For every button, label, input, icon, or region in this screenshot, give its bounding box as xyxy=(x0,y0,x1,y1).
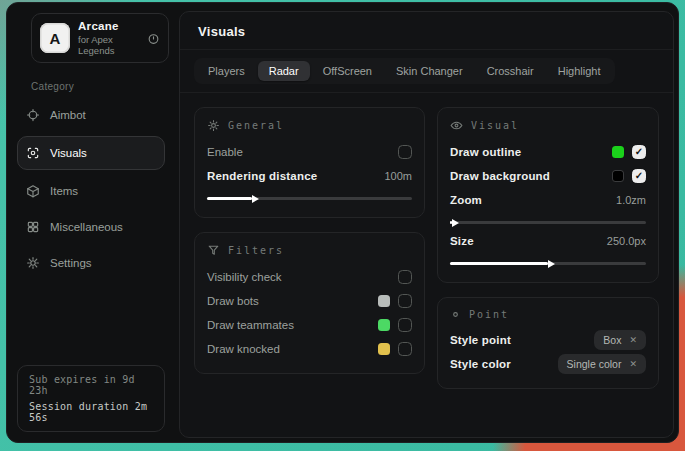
tab-offscreen[interactable]: OffScreen xyxy=(312,61,383,81)
visual-panel-title: Visual xyxy=(471,120,519,131)
sun-icon xyxy=(207,119,220,132)
filters-panel-title: Filters xyxy=(228,245,284,256)
rendering-distance-value: 100m xyxy=(384,170,412,182)
sidebar: A Arcane for Apex Legends Category xyxy=(7,3,175,442)
visual-panel: Visual Draw outline ✓ Draw background xyxy=(437,107,659,283)
sidebar-item-settings[interactable]: Settings xyxy=(17,248,165,278)
draw-background-color-swatch[interactable] xyxy=(612,170,624,182)
page-title: Visuals xyxy=(198,24,655,39)
slider-fill xyxy=(207,197,252,200)
draw-teammates-row: Draw teammates ✓ xyxy=(207,313,412,337)
zoom-slider[interactable] xyxy=(450,221,646,224)
slider-fill xyxy=(450,221,452,224)
style-color-row: Style color Single color ✕ xyxy=(450,352,646,376)
size-value: 250.0px xyxy=(607,235,646,247)
draw-teammates-controls: ✓ xyxy=(378,318,412,332)
sidebar-item-visuals[interactable]: Visuals xyxy=(17,136,165,170)
draw-outline-checkbox[interactable]: ✓ xyxy=(632,145,646,159)
main-header: Visuals xyxy=(180,12,673,50)
style-point-label: Style point xyxy=(450,334,511,346)
draw-bots-controls: ✓ xyxy=(378,294,412,308)
point-panel-header: Point xyxy=(450,309,646,320)
draw-knocked-row: Draw knocked ✓ xyxy=(207,337,412,361)
tab-crosshair[interactable]: Crosshair xyxy=(476,61,545,81)
tab-bar: Players Radar OffScreen Skin Changer Cro… xyxy=(194,58,615,84)
app-logo-letter: A xyxy=(50,30,61,47)
style-point-select[interactable]: Box ✕ xyxy=(594,330,646,350)
draw-teammates-label: Draw teammates xyxy=(207,319,294,331)
draw-knocked-label: Draw knocked xyxy=(207,343,280,355)
draw-teammates-color-swatch[interactable] xyxy=(378,319,390,331)
app-window: A Arcane for Apex Legends Category xyxy=(6,2,679,443)
point-panel: Point Style point Box ✕ Style color xyxy=(437,297,659,389)
tab-skin-changer[interactable]: Skin Changer xyxy=(385,61,474,81)
right-column: Visual Draw outline ✓ Draw background xyxy=(437,107,659,389)
sidebar-item-miscellaneous[interactable]: Miscellaneous xyxy=(17,212,165,242)
draw-background-label: Draw background xyxy=(450,170,550,182)
zoom-row: Zoom 1.0zm xyxy=(450,188,646,212)
session-duration-text: Session duration 2m 56s xyxy=(29,401,153,423)
brand-card: A Arcane for Apex Legends xyxy=(31,13,169,63)
content-area: General Enable ✓ Rendering distance 100m xyxy=(180,93,673,437)
general-panel-header: General xyxy=(207,119,412,132)
draw-background-controls: ✓ xyxy=(612,169,646,183)
style-color-select[interactable]: Single color ✕ xyxy=(558,354,646,374)
draw-outline-controls: ✓ xyxy=(612,145,646,159)
size-slider[interactable] xyxy=(450,262,646,265)
style-color-value: Single color xyxy=(567,358,622,370)
gear-icon xyxy=(26,256,40,270)
draw-knocked-checkbox[interactable]: ✓ xyxy=(398,342,412,356)
draw-knocked-controls: ✓ xyxy=(378,342,412,356)
draw-bots-checkbox[interactable]: ✓ xyxy=(398,294,412,308)
sidebar-spacer xyxy=(17,278,169,365)
draw-outline-label: Draw outline xyxy=(450,146,521,158)
draw-bots-label: Draw bots xyxy=(207,295,259,307)
app-logo: A xyxy=(40,23,70,53)
tab-radar[interactable]: Radar xyxy=(258,61,310,81)
visibility-check-label: Visibility check xyxy=(207,271,282,283)
tab-players[interactable]: Players xyxy=(197,61,256,81)
crosshair-icon xyxy=(26,108,40,122)
draw-knocked-color-swatch[interactable] xyxy=(378,343,390,355)
size-row: Size 250.0px xyxy=(450,229,646,253)
app-subtitle: for Apex Legends xyxy=(78,34,139,56)
enable-checkbox[interactable]: ✓ xyxy=(398,145,412,159)
sidebar-item-aimbot[interactable]: Aimbot xyxy=(17,100,165,130)
style-point-value: Box xyxy=(603,334,621,346)
draw-bots-color-swatch[interactable] xyxy=(378,295,390,307)
draw-outline-color-swatch[interactable] xyxy=(612,146,624,158)
power-icon[interactable] xyxy=(147,32,160,45)
draw-background-row: Draw background ✓ xyxy=(450,164,646,188)
rendering-distance-row: Rendering distance 100m xyxy=(207,164,412,188)
dot-icon xyxy=(450,309,461,320)
draw-teammates-checkbox[interactable]: ✓ xyxy=(398,318,412,332)
tab-highlight[interactable]: Highlight xyxy=(547,61,612,81)
general-panel-title: General xyxy=(228,120,284,131)
size-label: Size xyxy=(450,235,474,247)
sidebar-item-label: Settings xyxy=(50,257,92,269)
visual-panel-header: Visual xyxy=(450,119,646,132)
sub-expires-text: Sub expires in 9d 23h xyxy=(29,374,153,396)
filters-panel: Filters Visibility check ✓ Draw bots ✓ xyxy=(194,232,425,374)
sidebar-item-label: Items xyxy=(50,185,78,197)
zoom-value: 1.0zm xyxy=(616,194,646,206)
sidebar-item-items[interactable]: Items xyxy=(17,176,165,206)
rendering-distance-slider[interactable] xyxy=(207,197,412,200)
point-panel-title: Point xyxy=(469,309,509,320)
close-icon[interactable]: ✕ xyxy=(629,335,637,345)
main-panel: Visuals Players Radar OffScreen Skin Cha… xyxy=(179,11,674,438)
enable-row: Enable ✓ xyxy=(207,140,412,164)
category-label: Category xyxy=(31,81,169,92)
sidebar-item-label: Aimbot xyxy=(50,109,86,121)
session-info-card: Sub expires in 9d 23h Session duration 2… xyxy=(17,365,165,432)
grid-icon xyxy=(26,220,40,234)
tabs-row: Players Radar OffScreen Skin Changer Cro… xyxy=(180,50,673,93)
draw-background-checkbox[interactable]: ✓ xyxy=(632,169,646,183)
general-panel: General Enable ✓ Rendering distance 100m xyxy=(194,107,425,218)
visibility-check-row: Visibility check ✓ xyxy=(207,265,412,289)
sidebar-item-label: Visuals xyxy=(50,147,87,159)
close-icon[interactable]: ✕ xyxy=(629,359,637,369)
sidebar-nav: Aimbot Visuals Ite xyxy=(17,100,169,278)
filters-panel-header: Filters xyxy=(207,244,412,257)
visibility-check-checkbox[interactable]: ✓ xyxy=(398,270,412,284)
